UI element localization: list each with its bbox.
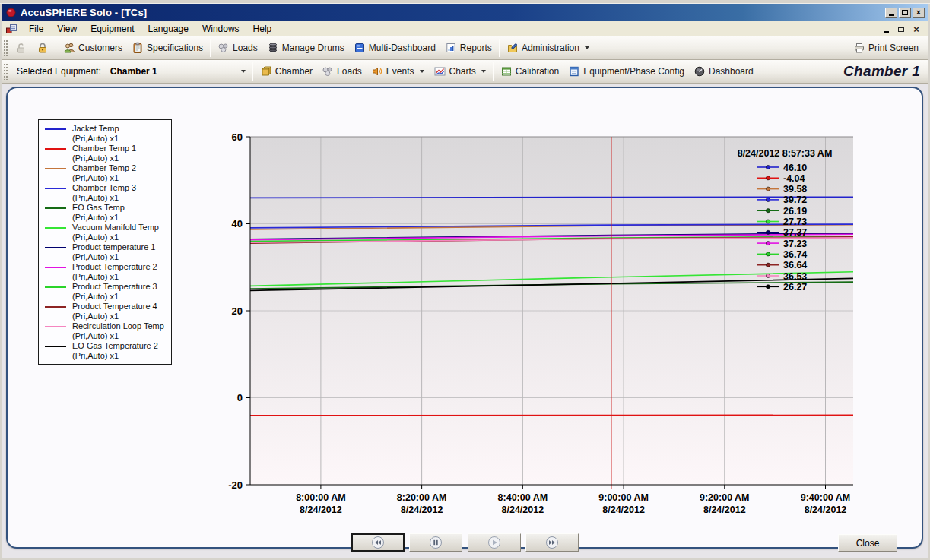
selected-equipment-label: Selected Equipment: — [11, 66, 101, 77]
pause-button[interactable] — [409, 533, 462, 552]
charts-button[interactable]: Charts — [429, 62, 490, 81]
toolbar-grip — [4, 40, 9, 56]
reports-button[interactable]: Reports — [440, 39, 497, 57]
chamber-label: Chamber — [275, 66, 313, 77]
equipment-phase-config-icon — [568, 65, 580, 78]
chamber-button[interactable]: Chamber — [256, 62, 317, 81]
maximize-button[interactable] — [899, 8, 911, 18]
tooltip-marker-dot — [766, 209, 770, 213]
tooltip-marker-dot — [766, 252, 770, 256]
lock-button[interactable] — [32, 39, 53, 57]
tooltip-value: 26.27 — [783, 282, 807, 293]
manage-drums-icon — [267, 42, 279, 54]
tooltip-marker-dot — [766, 285, 770, 289]
series-line — [250, 234, 853, 239]
x-tick-time-label: 8:20:00 AM — [397, 492, 447, 503]
tooltip-marker-dot — [766, 230, 770, 234]
loads2-label: Loads — [337, 66, 362, 77]
maximize-icon — [902, 10, 908, 15]
print-screen-label: Print Screen — [868, 43, 919, 53]
loads-icon — [322, 65, 334, 78]
menu-equipment[interactable]: Equipment — [84, 22, 141, 36]
pause-icon — [429, 536, 443, 549]
manage-drums-button[interactable]: Manage Drums — [262, 39, 349, 57]
multi-dashboard-label: Multi-Dashboard — [369, 43, 436, 53]
legend-item: Chamber Temp 3(Pri,Auto) x1 — [45, 183, 170, 203]
selected-equipment-value: Chamber 1 — [110, 66, 157, 77]
x-tick-time-label: 8:00:00 AM — [296, 492, 346, 503]
legend-color-swatch — [45, 286, 66, 288]
dashboard-label: Dashboard — [709, 66, 754, 77]
tooltip-marker-dot — [766, 242, 770, 245]
administration-button[interactable]: Administration — [502, 39, 594, 57]
events-label: Events — [386, 66, 414, 77]
legend-series-label: Product Temperature 4(Pri,Auto) x1 — [72, 302, 157, 321]
charts-icon — [433, 65, 446, 78]
printer-icon — [853, 42, 865, 54]
toolbar-separator — [493, 62, 494, 81]
tooltip-value: 39.58 — [783, 184, 807, 195]
calibration-button[interactable]: Calibration — [496, 62, 563, 81]
legend-series-label: Chamber Temp 1(Pri,Auto) x1 — [72, 144, 136, 163]
series-line — [250, 224, 853, 228]
tooltip-value: 37.23 — [783, 239, 807, 249]
mdi-document-icon — [5, 23, 17, 35]
rewind-button[interactable] — [351, 533, 405, 552]
tooltip-value: 36.53 — [783, 271, 807, 282]
menu-help[interactable]: Help — [246, 22, 279, 36]
y-tick-label: 60 — [232, 131, 243, 143]
tooltip-value: 46.10 — [783, 163, 807, 173]
legend-series-label: Chamber Temp 2(Pri,Auto) x1 — [72, 163, 136, 183]
tooltip-value: -4.04 — [783, 173, 805, 184]
print-screen-button[interactable]: Print Screen — [849, 39, 923, 57]
window-title: AccuSPHERE Solo - [TCs] — [21, 7, 147, 18]
legend-item: Recirculation Loop Temp(Pri,Auto) x1 — [45, 321, 170, 341]
dashboard-button[interactable]: Dashboard — [689, 62, 758, 81]
tooltip-marker-dot — [766, 220, 770, 223]
mdi-restore-button[interactable] — [896, 24, 906, 34]
multi-dashboard-button[interactable]: Multi-Dashboard — [349, 39, 440, 57]
unlock-button[interactable] — [11, 39, 32, 57]
menu-file[interactable]: File — [22, 22, 50, 36]
toolbar-separator — [56, 39, 56, 57]
mdi-window-controls: × — [881, 24, 928, 34]
legend-color-swatch — [45, 247, 66, 248]
administration-label: Administration — [522, 43, 579, 53]
customers-button[interactable]: Customers — [59, 39, 127, 57]
menu-windows[interactable]: Windows — [195, 22, 246, 36]
application-window: AccuSPHERE Solo - [TCs] × FileViewEquipm… — [0, 0, 930, 560]
x-tick-date-label: 8/24/2012 — [703, 505, 746, 515]
close-icon: × — [916, 9, 921, 17]
x-tick-date-label: 8/24/2012 — [300, 505, 342, 515]
play-button[interactable] — [468, 533, 521, 552]
equipment-phase-config-label: Equipment/Phase Config — [583, 66, 684, 77]
mdi-close-button[interactable]: × — [911, 24, 922, 34]
series-line — [250, 236, 853, 241]
tooltip-marker-dot — [766, 274, 770, 277]
app-icon — [5, 7, 17, 18]
x-tick-date-label: 8/24/2012 — [602, 505, 645, 515]
calibration-label: Calibration — [516, 66, 559, 77]
close-window-button[interactable]: × — [913, 8, 925, 18]
menu-language[interactable]: Language — [141, 22, 195, 36]
loads-button[interactable]: Loads — [213, 39, 262, 57]
manage-drums-label: Manage Drums — [282, 43, 344, 53]
legend-series-label: Chamber Temp 3(Pri,Auto) x1 — [72, 183, 136, 203]
close-button[interactable]: Close — [838, 534, 897, 552]
toolbar-separator — [210, 39, 211, 57]
main-toolbar: Customers Specifications Loads — [2, 36, 928, 60]
selected-equipment-dropdown[interactable]: Chamber 1 — [106, 65, 250, 78]
series-line — [250, 233, 853, 239]
menu-view[interactable]: View — [50, 22, 84, 36]
legend-item: Product Temperature 2(Pri,Auto) x1 — [45, 262, 170, 282]
x-tick-time-label: 8:40:00 AM — [498, 492, 548, 503]
loads2-button[interactable]: Loads — [317, 62, 367, 81]
legend-item: Vacuum Manifold Temp(Pri,Auto) x1 — [45, 223, 170, 242]
mdi-minimize-button[interactable] — [881, 24, 891, 34]
fast-forward-button[interactable] — [525, 533, 579, 552]
equipment-phase-config-button[interactable]: Equipment/Phase Config — [563, 62, 689, 81]
events-button[interactable]: Events — [367, 62, 429, 81]
series-line — [250, 272, 853, 286]
minimize-button[interactable] — [885, 8, 897, 18]
specifications-button[interactable]: Specifications — [127, 39, 208, 57]
